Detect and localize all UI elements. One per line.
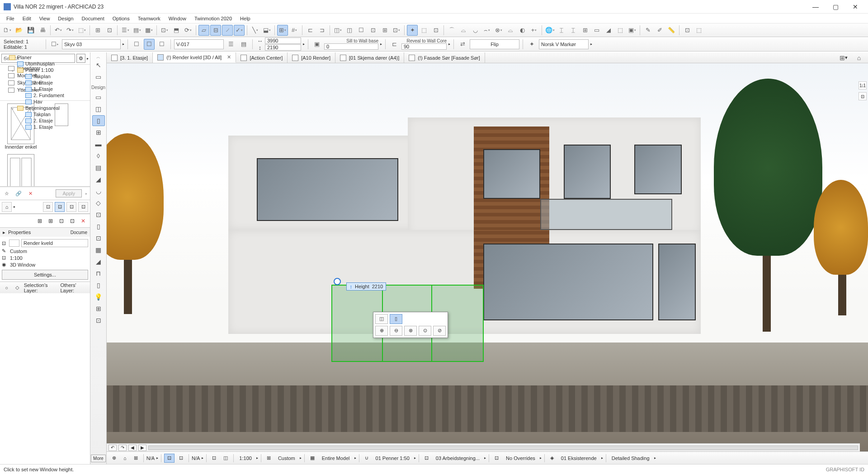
align-button[interactable]: ▤▾ [132,25,142,36]
qo-custom[interactable]: Custom [275,454,298,463]
attr-button[interactable]: ☰▾ [120,25,131,36]
tr-button[interactable]: ◫▾ [332,25,343,36]
tag2-button[interactable]: ⬚ [693,25,704,36]
tree-betjening[interactable]: ⌄Betjeningsareal [1,105,71,111]
guide-toggle[interactable]: ⊟ [210,25,221,36]
tag-button[interactable]: ⊡ [682,25,693,36]
tab-render[interactable]: (!) Render kveld [3D / All]✕ [153,52,236,63]
suspend-button[interactable]: ⊞ [92,25,103,36]
vp-back[interactable]: ◀ [128,445,137,451]
tab-fasade[interactable]: (!) Fasade Sør [Fasade Sør] [404,52,485,63]
view-mode-2[interactable]: ☐ [144,39,155,50]
tr3-button[interactable]: ☐ [356,25,367,36]
height-handle[interactable] [334,278,341,285]
qo-home[interactable]: ⌂ [121,454,129,463]
pet-op-5[interactable]: ⊘ [433,326,446,336]
mesh-tool[interactable]: ▦ [92,244,105,255]
pet-mode-1[interactable]: ◫ [375,314,388,324]
ruler-button[interactable]: ╲▾ [250,25,260,36]
reveal-field[interactable] [401,43,447,50]
layer-select[interactable]: Skyv 03 [62,39,121,49]
tab-action[interactable]: [Action Center] [236,52,288,63]
snap-pt[interactable]: ⊞▾ [277,25,288,36]
curtain-tool[interactable]: ⊡ [92,209,105,220]
element-id-field[interactable]: V-017 [174,39,224,49]
reveal-icon[interactable]: ⊏ [389,39,400,50]
marker-icon[interactable]: ✦ [526,39,537,50]
menu-document[interactable]: Document [78,15,108,22]
open-button[interactable]: 📂 [14,25,24,36]
redo-button[interactable]: ↷▾ [65,25,75,36]
beam-tool[interactable]: ▬ [92,139,105,150]
tree-utomhusplan[interactable]: Utomhusplan [1,61,71,67]
stair-tool[interactable]: ▤ [92,162,105,173]
struct6[interactable]: ⬚ [615,25,626,36]
meas-button[interactable]: 📏 [666,25,677,36]
menu-options[interactable]: Options [109,15,133,22]
tree-2etasje2[interactable]: 2. Etasje [1,117,71,124]
qo-over-icon[interactable]: ⊡ [492,454,501,463]
tr5-button[interactable]: ⊞ [379,25,390,36]
marquee-tool[interactable]: ▭ [92,71,105,82]
arrow-tool[interactable]: ↖ [92,60,105,70]
column-tool[interactable]: ⊞ [92,127,105,138]
struct1[interactable]: ⌶ [556,25,567,36]
tree-planer[interactable]: ⌄Planer [1,54,71,61]
tree-2etasje[interactable]: 2. Etasje [1,80,71,86]
zone-tool[interactable]: ⊡ [92,233,105,244]
nav-view4[interactable]: ⊡ [78,202,88,212]
snap-toggle[interactable]: ✓▾ [234,25,245,36]
magic-button[interactable]: ✦ [407,25,418,36]
pet-op-4[interactable]: ⊙ [419,326,431,336]
cwframe-tool[interactable]: ⊞ [92,303,105,314]
minimize-button[interactable]: — [807,1,825,12]
tab-nav[interactable]: ⌂ [853,52,865,63]
qo-model[interactable]: Entire Model [319,454,353,463]
menu-design[interactable]: Design [54,15,77,22]
tab-skjema[interactable]: [01 Skjema dører (A4)] [335,52,404,63]
elem-prop[interactable]: ☰ [226,39,236,50]
pet-op-2[interactable]: ⊖ [390,326,402,336]
tree-1etasje[interactable]: 1. Etasje [1,86,71,92]
arc7-button[interactable]: ◐ [517,25,528,36]
qo-model-icon[interactable]: ▦ [307,454,317,463]
paint-button[interactable]: ⬚ [419,25,429,36]
new-button[interactable]: 🗋▾ [2,25,13,36]
menu-help[interactable]: Help [236,15,254,22]
qo-reno[interactable]: 01 Eksisterende [558,454,599,463]
flip-button[interactable]: Flip [470,39,519,49]
pet-op-1[interactable]: ⊕ [375,326,388,336]
qo-shade[interactable]: Detailed Shading [609,454,652,463]
tree-delete[interactable]: ✕ [79,217,87,225]
wand-button[interactable]: ✎ [642,25,653,36]
settings-button[interactable]: Settings... [2,270,88,280]
arc1-button[interactable]: ⌒ [446,25,457,36]
struct5[interactable]: ◢ [603,25,614,36]
tree-planer100[interactable]: ⌄Planer 1:100 [1,67,71,73]
graphisoft-id[interactable]: GRAPHISOFT ID [826,467,864,472]
view-mode-3[interactable]: ☐ [156,39,167,50]
globe-button[interactable]: 🌐▾ [544,25,555,36]
arc2-button[interactable]: ⌓ [458,25,469,36]
vp-undo[interactable]: ↶ [108,445,117,451]
vp-redo[interactable]: ↷ [118,445,127,451]
tab-overflow[interactable]: ⊞▾ [837,52,850,63]
qo-layerc[interactable]: 03 Arbeidstegning... [433,454,482,463]
qo-persp[interactable]: ⊡ [164,454,175,463]
grid-toggle[interactable]: #▾ [289,25,300,36]
menu-file[interactable]: File [3,15,18,22]
railing-tool[interactable]: ⊓ [92,268,105,279]
tree-takplan2[interactable]: Takplan [1,111,71,117]
arc6-button[interactable]: ⌓ [505,25,516,36]
refresh-button[interactable]: ⟳▾ [183,25,193,36]
slab-tool[interactable]: ◊ [92,150,105,161]
undo-button[interactable]: ↶▾ [53,25,64,36]
tab-etasje[interactable]: [3. 1. Etasje] [107,52,153,63]
edit-plane-2[interactable]: ⊐ [316,25,327,36]
sill-field[interactable] [324,43,378,50]
door-tool[interactable]: ◫ [92,103,105,114]
3d-viewport[interactable]: ↕ Height 2210 ◫ ▯ ⊕ ⊖ ⊗ ⊙ ⊘ [107,63,868,451]
arc5-button[interactable]: ⊗▾ [493,25,504,36]
tree-fundament[interactable]: 2. Fundament [1,92,71,99]
pet-op-3[interactable]: ⊗ [404,326,417,336]
